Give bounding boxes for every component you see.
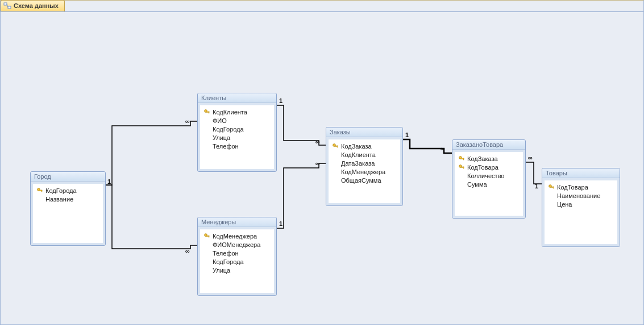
field-row[interactable]: Наименование — [548, 191, 614, 200]
svg-rect-5 — [41, 190, 42, 192]
active-tab[interactable]: Схема данных — [1, 0, 65, 12]
table-fields: КодМенеджера ФИОМенеджера Телефон КодГор… — [198, 227, 276, 295]
relationships-icon — [3, 2, 11, 10]
field-name: Колличество — [467, 172, 505, 179]
rel-mark-many: ∞ — [528, 154, 533, 161]
table-fields: КодГорода Название — [31, 182, 105, 245]
field-name: Телефон — [213, 250, 239, 257]
field-name: КодМенеджера — [213, 233, 257, 240]
field-row[interactable]: Телефон — [203, 142, 271, 150]
field-row[interactable]: КодКлиента — [203, 108, 271, 116]
field-row[interactable]: ФИО — [203, 116, 271, 125]
table-gorod[interactable]: Город КодГорода Название — [30, 171, 106, 246]
field-row[interactable]: Цена — [548, 200, 614, 208]
table-fields: КодТовара Наименование Цена — [542, 178, 620, 246]
diagram-canvas[interactable]: 1 ∞ ∞ 1 ∞ 1 ∞ 1 ∞ ∞ 1 Город КодГорода На… — [1, 11, 643, 324]
table-title: Менеджеры — [198, 217, 276, 227]
field-row[interactable]: КодМенеджера — [203, 232, 271, 240]
rel-mark-one: 1 — [279, 97, 282, 104]
field-row[interactable]: КодТовара — [548, 183, 614, 191]
field-name: КодГорода — [213, 258, 244, 265]
table-title: Заказы — [326, 127, 402, 137]
field-name: Улица — [213, 267, 230, 274]
rel-mark-one: 1 — [107, 178, 111, 185]
svg-rect-11 — [209, 236, 209, 237]
field-row[interactable]: КодМенеджера — [332, 167, 397, 176]
table-fields: КодЗаказа КодТовара Колличество Сумма — [452, 150, 525, 218]
field-row[interactable]: КодЗаказа — [458, 154, 520, 163]
field-name: Улица — [213, 134, 230, 141]
field-row[interactable]: Улица — [203, 266, 271, 274]
field-name: КодТовара — [467, 164, 498, 171]
rel-mark-one: 1 — [279, 220, 282, 227]
key-icon — [203, 109, 210, 116]
key-icon — [458, 155, 465, 162]
svg-rect-23 — [553, 187, 554, 188]
svg-rect-0 — [4, 3, 7, 5]
field-name: ФИОМенеджера — [213, 241, 260, 248]
field-name: ФИО — [213, 117, 227, 124]
field-name: ДатаЗаказа — [341, 160, 375, 167]
rel-mark-many: ∞ — [315, 138, 320, 145]
field-name: КодКлиента — [341, 151, 376, 158]
table-title: Товары — [542, 168, 620, 178]
svg-rect-20 — [463, 167, 464, 168]
svg-rect-8 — [209, 112, 209, 113]
field-name: Наименование — [557, 192, 600, 199]
field-row[interactable]: Улица — [203, 133, 271, 142]
field-name: КодЗаказа — [341, 143, 372, 150]
field-row[interactable]: КодКлиента — [332, 150, 397, 159]
rel-mark-many: ∞ — [441, 145, 445, 152]
field-row[interactable]: ФИОМенеджера — [203, 240, 271, 249]
field-name: Телефон — [213, 143, 239, 150]
field-row[interactable]: Сумма — [458, 180, 520, 188]
table-fields: КодКлиента ФИО КодГорода Улица Телефон — [198, 103, 276, 171]
key-icon — [548, 184, 555, 191]
table-title: ЗаказаноТовара — [452, 140, 525, 150]
table-fields: КодЗаказа КодКлиента ДатаЗаказа КодМенед… — [326, 137, 402, 205]
field-name: КодГорода — [213, 126, 244, 133]
rel-mark-many: ∞ — [185, 248, 190, 254]
tab-title: Схема данных — [14, 2, 59, 9]
table-klienty[interactable]: Клиенты КодКлиента ФИО КодГорода Улица Т… — [197, 93, 277, 172]
field-row[interactable]: Название — [36, 195, 99, 203]
field-row[interactable]: КодГорода — [203, 125, 271, 133]
svg-rect-1 — [8, 6, 11, 9]
field-row[interactable]: КодГорода — [36, 186, 99, 195]
relationships-window: Схема данных 1 ∞ ∞ 1 ∞ 1 ∞ 1 ∞ ∞ 1 — [0, 0, 644, 325]
svg-line-2 — [7, 4, 8, 7]
field-name: ОбщаяСумма — [341, 177, 381, 184]
svg-rect-14 — [337, 146, 338, 147]
key-icon — [36, 187, 43, 194]
table-tovary[interactable]: Товары КодТовара Наименование Цена — [542, 168, 620, 247]
field-row[interactable]: Телефон — [203, 249, 271, 257]
field-row[interactable]: Колличество — [458, 171, 520, 180]
field-name: Сумма — [467, 181, 487, 188]
field-row[interactable]: ДатаЗаказа — [332, 159, 397, 167]
table-menedzhery[interactable]: Менеджеры КодМенеджера ФИОМенеджера Теле… — [197, 217, 277, 296]
svg-rect-17 — [463, 158, 464, 160]
rel-mark-many: ∞ — [185, 118, 190, 125]
table-zakazy[interactable]: Заказы КодЗаказа КодКлиента ДатаЗаказа К… — [326, 127, 403, 206]
table-zakazanotovara[interactable]: ЗаказаноТовара КодЗаказа КодТовара Колли… — [452, 139, 526, 219]
field-name: КодМенеджера — [341, 168, 385, 175]
field-name: Название — [45, 196, 73, 203]
table-title: Город — [31, 172, 105, 182]
field-row[interactable]: КодГорода — [203, 257, 271, 266]
field-row[interactable]: КодТовара — [458, 163, 520, 171]
field-name: КодТовара — [557, 184, 588, 191]
key-icon — [458, 164, 465, 171]
field-name: КодКлиента — [213, 109, 247, 116]
field-name: КодГорода — [45, 187, 77, 194]
field-name: КодЗаказа — [467, 155, 498, 162]
field-row[interactable]: ОбщаяСумма — [332, 176, 397, 184]
key-icon — [203, 233, 210, 240]
rel-mark-one: 1 — [535, 183, 538, 190]
field-row[interactable]: КодЗаказа — [332, 142, 397, 150]
rel-mark-many: ∞ — [315, 160, 320, 167]
rel-mark-one: 1 — [405, 131, 409, 138]
field-name: Цена — [557, 201, 572, 208]
key-icon — [332, 143, 339, 150]
table-title: Клиенты — [198, 93, 276, 103]
